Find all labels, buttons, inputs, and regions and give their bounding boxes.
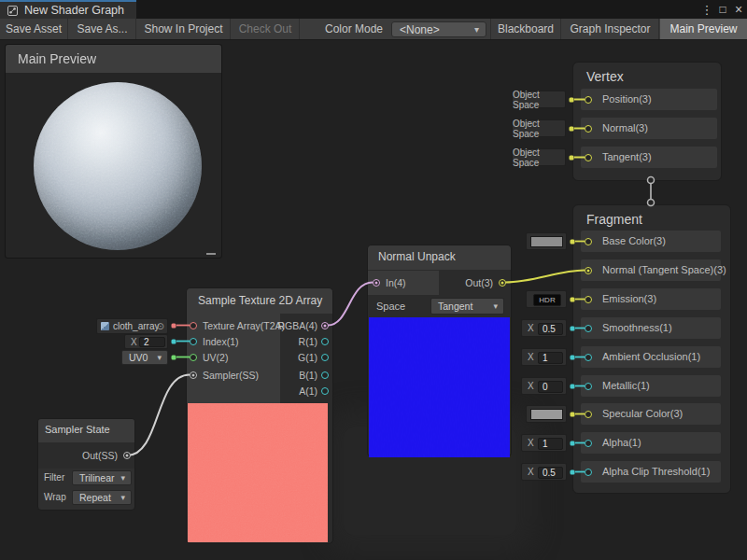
tab-new-shader-graph[interactable]: New Shader Graph (0, 0, 136, 19)
tab-bar: New Shader Graph ⋮ □ × (0, 0, 747, 19)
port-label-out3: Out(3) (437, 271, 493, 295)
alpha-value-chip[interactable]: X1 (521, 434, 567, 452)
objectspace-chip-normal[interactable]: Object Space (512, 119, 566, 137)
port-sampler-in[interactable] (190, 371, 197, 379)
port-out3[interactable] (499, 279, 506, 287)
specularcolor-swatch-chip[interactable] (526, 405, 567, 423)
port-in4[interactable] (373, 279, 380, 287)
port-label-tangent: Tangent(3) (602, 147, 652, 168)
port-smoothness-in[interactable] (585, 325, 592, 332)
save-asset-button[interactable]: Save Asset (0, 19, 68, 39)
stub-metallic (571, 384, 575, 388)
port-uv-in[interactable] (190, 354, 197, 361)
port-label-metallic: Metallic(1) (602, 375, 650, 397)
wire-samplerstate-sampler[interactable] (127, 375, 190, 456)
ambientocclusion-value-chip[interactable]: X1 (521, 348, 567, 366)
toolbar: Save Asset Save As... Show In Project Ch… (0, 19, 747, 40)
color-mode-dropdown[interactable]: <None> ▾ (391, 21, 486, 37)
blackboard-button[interactable]: Blackboard (490, 19, 561, 39)
space-dropdown[interactable]: Tangent ▾ (430, 298, 504, 315)
port-normaltangent-in[interactable] (585, 267, 592, 274)
objectspace-chip-position[interactable]: Object Space (512, 91, 566, 108)
port-specularcolor-in[interactable] (585, 411, 592, 418)
close-icon[interactable]: × (731, 0, 746, 19)
main-preview-header[interactable]: Main Preview (6, 45, 221, 73)
shader-graph-icon (7, 5, 19, 17)
x-label: X (528, 435, 534, 451)
port-texturearray-in[interactable] (190, 322, 197, 329)
index-value-field[interactable]: 2 (139, 337, 165, 347)
port-label-sampler: Sampler(SS) (203, 368, 259, 383)
panel-resize-grip[interactable] (206, 253, 216, 255)
port-label-ambientocclusion: Ambient Occlusion(1) (602, 346, 700, 368)
check-out-button[interactable]: Check Out (232, 19, 300, 39)
port-b-out[interactable] (321, 371, 329, 379)
port-position-in[interactable] (585, 96, 592, 104)
port-index-in[interactable] (190, 338, 197, 345)
alphaclip-value-field[interactable]: 0.5 (538, 467, 563, 479)
space-label: Space (376, 296, 405, 316)
color-swatch[interactable] (530, 409, 563, 420)
filter-label: Filter (44, 469, 64, 486)
texture-asset-chip[interactable]: cloth_array ⊙ (96, 318, 168, 334)
object-picker-icon[interactable]: ⊙ (157, 321, 164, 331)
metallic-value-field[interactable]: 0 (538, 381, 563, 393)
stub-uv (172, 355, 176, 359)
main-preview-panel[interactable]: Main Preview (5, 44, 222, 259)
port-label-basecolor: Base Color(3) (602, 231, 666, 252)
smoothness-value-chip[interactable]: X0.5 (521, 319, 567, 337)
save-as-button[interactable]: Save As... (69, 19, 136, 39)
wrap-label: Wrap (44, 489, 66, 506)
port-label-rgba: RGBA(4) (261, 318, 317, 333)
maximize-icon[interactable]: □ (715, 0, 730, 19)
alpha-value-field[interactable]: 1 (538, 438, 563, 450)
port-ambientocclusion-in[interactable] (585, 354, 592, 361)
vertex-row-normal (581, 118, 717, 139)
emission-hdr-chip[interactable]: HDR (526, 290, 567, 308)
chevron-down-icon: ▾ (493, 301, 498, 311)
stub-alpha (571, 441, 575, 445)
port-tangent-in[interactable] (585, 154, 592, 161)
stub-texturearray (172, 323, 176, 328)
port-rgba-out[interactable] (321, 322, 329, 329)
port-basecolor-in[interactable] (585, 238, 592, 245)
port-label-a: A(1) (261, 384, 317, 399)
port-label-alphaclip: Alpha Clip Threshold(1) (602, 461, 710, 483)
smoothness-value-field[interactable]: 0.5 (538, 323, 563, 335)
port-alpha-in[interactable] (585, 440, 592, 447)
wrap-dropdown[interactable]: Repeat ▾ (72, 490, 132, 505)
alphaclip-value-chip[interactable]: X0.5 (521, 463, 567, 481)
color-swatch[interactable] (530, 236, 563, 247)
port-outss[interactable] (123, 452, 131, 459)
uv-channel-dropdown[interactable]: UV0 ▾ (121, 350, 168, 365)
objectspace-chip-tangent[interactable]: Object Space (512, 148, 566, 166)
filter-dropdown[interactable]: Trilinear ▾ (72, 470, 132, 485)
show-in-project-button[interactable]: Show In Project (137, 19, 231, 39)
main-preview-button[interactable]: Main Preview (660, 19, 747, 39)
port-g-out[interactable] (321, 354, 329, 361)
hdr-field[interactable]: HDR (533, 294, 561, 306)
kebab-menu-icon[interactable]: ⋮ (699, 0, 714, 19)
port-alphaclip-in[interactable] (585, 469, 592, 476)
basecolor-swatch-chip[interactable] (526, 232, 567, 250)
port-emission-in[interactable] (585, 296, 592, 303)
x-label: X (528, 378, 534, 394)
port-label-r: R(1) (261, 334, 317, 349)
tab-title: New Shader Graph (24, 4, 124, 17)
shader-graph-window: Main Preview Vertex Position(3) Normal(3… (0, 0, 747, 560)
stub-ambientocclusion (571, 355, 575, 359)
vertex-node-title: Vertex (586, 69, 624, 84)
index-value-chip[interactable]: X 2 (124, 334, 168, 349)
wire-rgba-in[interactable] (328, 283, 373, 326)
port-normal-in[interactable] (585, 125, 592, 133)
port-a-out[interactable] (321, 387, 329, 395)
ambientocclusion-value-field[interactable]: 1 (538, 352, 563, 364)
stub-objectspace-normal (570, 126, 574, 131)
port-metallic-in[interactable] (585, 383, 592, 390)
color-mode-value: <None> (400, 23, 440, 36)
metallic-value-chip[interactable]: X0 (521, 377, 567, 395)
port-label-normal: Normal(3) (602, 118, 648, 139)
port-r-out[interactable] (321, 338, 329, 345)
graph-inspector-button[interactable]: Graph Inspector (562, 19, 659, 39)
port-label-smoothness: Smoothness(1) (602, 317, 672, 339)
